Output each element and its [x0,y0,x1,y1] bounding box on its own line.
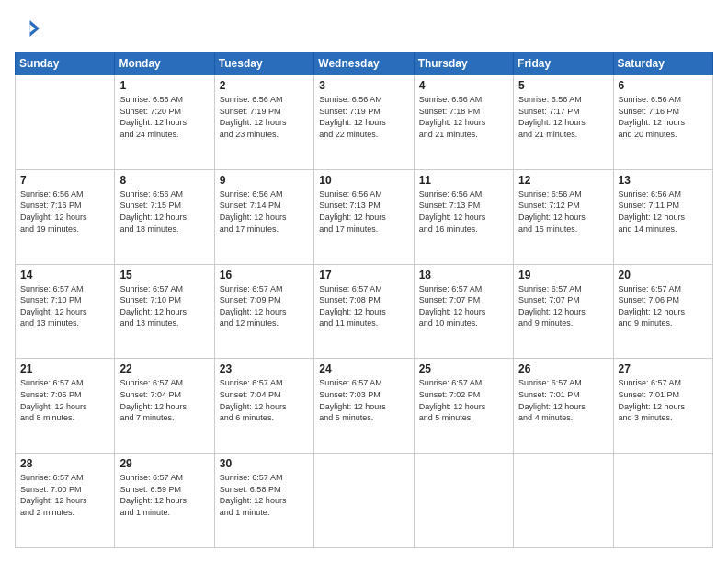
calendar-cell: 18Sunrise: 6:57 AM Sunset: 7:07 PM Dayli… [414,264,513,359]
day-info: Sunrise: 6:57 AM Sunset: 7:04 PM Dayligh… [220,377,309,423]
weekday-header-wednesday: Wednesday [314,52,414,75]
weekday-header-tuesday: Tuesday [214,52,313,75]
calendar-cell: 9Sunrise: 6:56 AM Sunset: 7:14 PM Daylig… [214,169,313,264]
week-row-2: 7Sunrise: 6:56 AM Sunset: 7:16 PM Daylig… [16,169,713,264]
calendar-cell: 16Sunrise: 6:57 AM Sunset: 7:09 PM Dayli… [214,264,313,359]
day-number: 8 [119,174,209,187]
day-info: Sunrise: 6:56 AM Sunset: 7:17 PM Dayligh… [518,94,608,140]
calendar-cell: 11Sunrise: 6:56 AM Sunset: 7:13 PM Dayli… [414,169,513,264]
day-number: 14 [20,269,109,282]
day-info: Sunrise: 6:56 AM Sunset: 7:15 PM Dayligh… [119,189,209,235]
calendar-cell: 22Sunrise: 6:57 AM Sunset: 7:04 PM Dayli… [115,359,214,454]
day-info: Sunrise: 6:57 AM Sunset: 7:02 PM Dayligh… [419,377,508,423]
logo-icon [15,15,42,42]
day-info: Sunrise: 6:57 AM Sunset: 7:09 PM Dayligh… [220,283,309,329]
day-info: Sunrise: 6:56 AM Sunset: 7:14 PM Dayligh… [220,189,309,235]
day-info: Sunrise: 6:57 AM Sunset: 7:06 PM Dayligh… [619,283,708,329]
day-number: 22 [119,362,209,375]
day-number: 16 [220,269,309,282]
calendar-cell: 29Sunrise: 6:57 AM Sunset: 6:59 PM Dayli… [115,454,214,548]
day-number: 5 [518,79,608,92]
calendar-cell: 15Sunrise: 6:57 AM Sunset: 7:10 PM Dayli… [115,264,214,359]
day-number: 13 [619,174,708,187]
calendar-cell: 24Sunrise: 6:57 AM Sunset: 7:03 PM Dayli… [314,359,414,454]
logo [15,15,46,42]
day-info: Sunrise: 6:57 AM Sunset: 7:03 PM Dayligh… [319,377,408,423]
week-row-4: 21Sunrise: 6:57 AM Sunset: 7:05 PM Dayli… [16,359,713,454]
day-info: Sunrise: 6:57 AM Sunset: 7:10 PM Dayligh… [20,283,109,329]
day-info: Sunrise: 6:56 AM Sunset: 7:19 PM Dayligh… [319,94,408,140]
calendar-cell [514,454,613,548]
calendar-cell: 8Sunrise: 6:56 AM Sunset: 7:15 PM Daylig… [115,169,214,264]
day-number: 30 [220,457,309,470]
page: SundayMondayTuesdayWednesdayThursdayFrid… [0,0,728,563]
calendar-cell: 23Sunrise: 6:57 AM Sunset: 7:04 PM Dayli… [214,359,313,454]
day-number: 7 [20,174,109,187]
day-info: Sunrise: 6:57 AM Sunset: 7:07 PM Dayligh… [518,283,608,329]
day-info: Sunrise: 6:57 AM Sunset: 7:08 PM Dayligh… [319,283,408,329]
day-number: 1 [119,79,209,92]
calendar-cell: 30Sunrise: 6:57 AM Sunset: 6:58 PM Dayli… [214,454,313,548]
day-number: 26 [518,362,608,375]
day-number: 28 [20,457,109,470]
calendar-cell [414,454,513,548]
calendar-cell: 25Sunrise: 6:57 AM Sunset: 7:02 PM Dayli… [414,359,513,454]
day-number: 2 [220,79,309,92]
calendar-cell: 3Sunrise: 6:56 AM Sunset: 7:19 PM Daylig… [314,75,414,170]
day-number: 21 [20,362,109,375]
calendar-cell: 2Sunrise: 6:56 AM Sunset: 7:19 PM Daylig… [214,75,313,170]
calendar-cell: 5Sunrise: 6:56 AM Sunset: 7:17 PM Daylig… [514,75,613,170]
calendar-cell: 27Sunrise: 6:57 AM Sunset: 7:01 PM Dayli… [613,359,712,454]
day-info: Sunrise: 6:57 AM Sunset: 7:10 PM Dayligh… [119,283,209,329]
calendar-cell: 1Sunrise: 6:56 AM Sunset: 7:20 PM Daylig… [115,75,214,170]
calendar-cell: 10Sunrise: 6:56 AM Sunset: 7:13 PM Dayli… [314,169,414,264]
calendar-table: SundayMondayTuesdayWednesdayThursdayFrid… [15,52,713,548]
weekday-header-thursday: Thursday [414,52,513,75]
calendar-cell: 14Sunrise: 6:57 AM Sunset: 7:10 PM Dayli… [16,264,115,359]
day-info: Sunrise: 6:57 AM Sunset: 7:04 PM Dayligh… [119,377,209,423]
header [15,15,713,42]
day-info: Sunrise: 6:57 AM Sunset: 7:05 PM Dayligh… [20,377,109,423]
day-info: Sunrise: 6:56 AM Sunset: 7:13 PM Dayligh… [319,189,408,235]
week-row-3: 14Sunrise: 6:57 AM Sunset: 7:10 PM Dayli… [16,264,713,359]
day-info: Sunrise: 6:56 AM Sunset: 7:18 PM Dayligh… [419,94,508,140]
weekday-header-sunday: Sunday [16,52,115,75]
day-info: Sunrise: 6:56 AM Sunset: 7:19 PM Dayligh… [220,94,309,140]
calendar-cell: 13Sunrise: 6:56 AM Sunset: 7:11 PM Dayli… [613,169,712,264]
calendar-cell [16,75,115,170]
calendar-cell: 17Sunrise: 6:57 AM Sunset: 7:08 PM Dayli… [314,264,414,359]
week-row-1: 1Sunrise: 6:56 AM Sunset: 7:20 PM Daylig… [16,75,713,170]
day-number: 11 [419,174,508,187]
calendar-cell: 20Sunrise: 6:57 AM Sunset: 7:06 PM Dayli… [613,264,712,359]
calendar-cell: 4Sunrise: 6:56 AM Sunset: 7:18 PM Daylig… [414,75,513,170]
week-row-5: 28Sunrise: 6:57 AM Sunset: 7:00 PM Dayli… [16,454,713,548]
day-number: 6 [619,79,708,92]
weekday-header-saturday: Saturday [613,52,712,75]
day-info: Sunrise: 6:57 AM Sunset: 7:07 PM Dayligh… [419,283,508,329]
day-info: Sunrise: 6:57 AM Sunset: 6:58 PM Dayligh… [220,472,309,518]
calendar-cell: 6Sunrise: 6:56 AM Sunset: 7:16 PM Daylig… [613,75,712,170]
weekday-header-friday: Friday [514,52,613,75]
day-number: 10 [319,174,408,187]
day-info: Sunrise: 6:57 AM Sunset: 6:59 PM Dayligh… [119,472,209,518]
calendar-cell: 28Sunrise: 6:57 AM Sunset: 7:00 PM Dayli… [16,454,115,548]
calendar-cell: 7Sunrise: 6:56 AM Sunset: 7:16 PM Daylig… [16,169,115,264]
calendar-cell [314,454,414,548]
day-number: 3 [319,79,408,92]
day-number: 15 [119,269,209,282]
weekday-header-row: SundayMondayTuesdayWednesdayThursdayFrid… [16,52,713,75]
day-number: 4 [419,79,508,92]
calendar-cell: 21Sunrise: 6:57 AM Sunset: 7:05 PM Dayli… [16,359,115,454]
calendar-cell: 12Sunrise: 6:56 AM Sunset: 7:12 PM Dayli… [514,169,613,264]
weekday-header-monday: Monday [115,52,214,75]
calendar-cell [613,454,712,548]
day-info: Sunrise: 6:56 AM Sunset: 7:20 PM Dayligh… [119,94,209,140]
calendar-cell: 19Sunrise: 6:57 AM Sunset: 7:07 PM Dayli… [514,264,613,359]
day-number: 17 [319,269,408,282]
day-info: Sunrise: 6:56 AM Sunset: 7:16 PM Dayligh… [20,189,109,235]
day-info: Sunrise: 6:56 AM Sunset: 7:16 PM Dayligh… [619,94,708,140]
day-info: Sunrise: 6:56 AM Sunset: 7:12 PM Dayligh… [518,189,608,235]
day-number: 20 [619,269,708,282]
day-number: 9 [220,174,309,187]
day-info: Sunrise: 6:57 AM Sunset: 7:01 PM Dayligh… [518,377,608,423]
